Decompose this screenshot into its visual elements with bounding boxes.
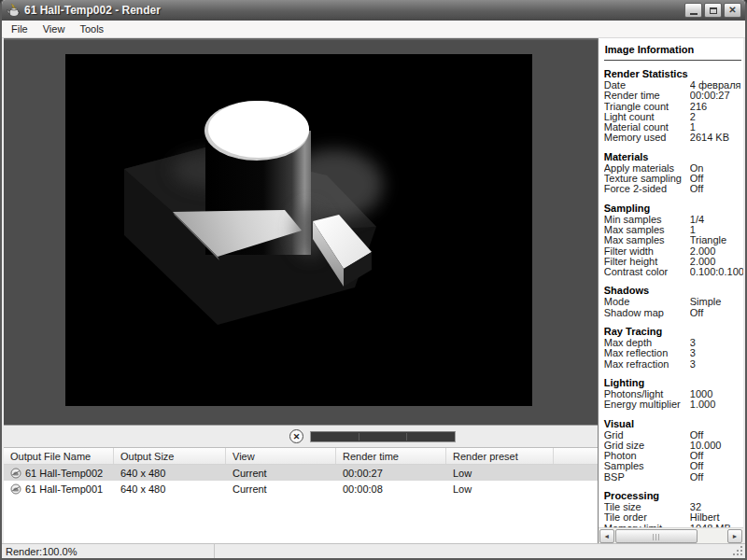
scroll-left-button[interactable]: ◄: [599, 529, 614, 543]
chevron-right-icon: ►: [732, 533, 739, 539]
info-label: Max samples: [604, 225, 690, 235]
render-viewport: [4, 38, 598, 425]
info-value: 216: [690, 102, 743, 112]
output-size-cell: 640 x 480: [114, 483, 226, 495]
output-file-name-cell: 61 Hall-Temp001: [4, 483, 114, 495]
info-row: Max depth3: [604, 338, 743, 348]
section-title: Visual: [604, 418, 743, 429]
info-section: LightingPhotons/light1000Energy multipli…: [604, 377, 743, 411]
info-label: Date: [604, 80, 690, 91]
column-header-output-file-name[interactable]: Output File Name: [4, 448, 114, 464]
info-label: Energy multiplier: [604, 399, 690, 410]
info-label: Filter height: [604, 257, 690, 267]
info-value: Triangle: [690, 235, 743, 245]
minimize-button[interactable]: [684, 3, 702, 18]
info-value: Off: [690, 184, 743, 194]
info-label: Grid size: [604, 441, 690, 451]
close-icon: ✕: [293, 432, 301, 441]
info-value: 2: [690, 112, 743, 122]
progress-strip: ✕: [4, 425, 598, 447]
info-label: Tile order: [604, 512, 690, 523]
info-value: 10.000: [690, 441, 743, 451]
section-title: Processing: [604, 490, 743, 501]
info-label: Max depth: [604, 338, 690, 348]
scrollbar-thumb[interactable]: [615, 529, 698, 543]
menu-item-tools[interactable]: Tools: [72, 21, 111, 36]
status-bar: Render:100.0%: [2, 543, 745, 558]
info-value: 0.100:0.100: [690, 267, 743, 277]
info-section: SamplingMin samples1/4Max samples1Max sa…: [604, 203, 743, 278]
menu-bar: FileViewTools: [2, 21, 745, 38]
info-label: Force 2-sided: [604, 184, 690, 194]
info-label: Triangle count: [604, 102, 690, 112]
info-value: 1.000: [690, 399, 743, 410]
render-time-cell: 00:00:08: [336, 483, 446, 495]
info-label: Filter width: [604, 246, 690, 257]
cancel-render-button[interactable]: ✕: [289, 429, 303, 443]
table-row[interactable]: 61 Hall-Temp002640 x 480Current00:00:27L…: [4, 465, 598, 481]
info-label: Max samples: [604, 235, 690, 245]
render-canvas: [65, 54, 532, 406]
main-area: ✕ Output File NameOutput SizeViewRender …: [4, 38, 743, 543]
column-header-render-preset[interactable]: Render preset: [446, 448, 554, 464]
info-value: Off: [690, 174, 743, 184]
info-value: 1: [690, 122, 743, 133]
maximize-button[interactable]: [704, 3, 722, 18]
table-row[interactable]: 61 Hall-Temp001640 x 480Current00:00:08L…: [4, 481, 598, 497]
info-value: 1/4: [690, 215, 743, 225]
column-header-output-size[interactable]: Output Size: [114, 448, 226, 464]
info-section: VisualGridOffGrid size10.000PhotonOffSam…: [604, 418, 743, 483]
info-value: Hilbert: [690, 512, 743, 523]
info-row: Photons/light1000: [604, 389, 743, 399]
render-preset-cell: Low: [446, 468, 554, 479]
window-title: 61 Hall-Temp002 - Render: [24, 4, 161, 17]
info-label: Render time: [604, 91, 690, 101]
info-sections: Render StatisticsDate4 февраля 2Render t…: [604, 68, 743, 527]
info-label: Min samples: [604, 215, 690, 225]
info-row: Energy multiplier1.000: [604, 399, 743, 410]
info-label: Mode: [604, 297, 690, 307]
output-file-name-cell: 61 Hall-Temp002: [4, 468, 114, 479]
resize-grip[interactable]: [732, 545, 744, 557]
info-section: ProcessingTile size32Tile orderHilbertMe…: [604, 490, 743, 527]
close-button[interactable]: ✕: [724, 3, 741, 18]
output-file-name: 61 Hall-Temp002: [25, 468, 103, 479]
info-row: Max reflection3: [604, 348, 743, 358]
info-label: Texture sampling: [604, 174, 690, 184]
info-row: Texture samplingOff: [604, 174, 743, 184]
scroll-right-button[interactable]: ►: [727, 529, 742, 543]
column-header-filler: [554, 448, 598, 464]
info-row: PhotonOff: [604, 451, 743, 461]
column-header-view[interactable]: View: [226, 448, 336, 464]
section-title: Ray Tracing: [604, 326, 743, 337]
info-row: Light count2: [604, 112, 743, 122]
horizontal-scrollbar[interactable]: ◄ ►: [599, 527, 743, 543]
render-area: ✕ Output File NameOutput SizeViewRender …: [4, 38, 598, 543]
table-header: Output File NameOutput SizeViewRender ti…: [4, 448, 598, 465]
info-row: Force 2-sidedOff: [604, 184, 743, 194]
info-row: Tile size32: [604, 502, 743, 512]
info-value: Off: [690, 430, 743, 441]
render-time-cell: 00:00:27: [336, 468, 446, 479]
info-value: 32: [690, 502, 743, 512]
render-window: 61 Hall-Temp002 - Render ✕ FileViewTools: [0, 0, 747, 560]
info-label: Material count: [604, 122, 690, 133]
info-row: Render time00:00:27: [604, 91, 743, 101]
info-row: SamplesOff: [604, 461, 743, 471]
info-value: Off: [690, 451, 743, 461]
chevron-left-icon: ◄: [603, 533, 610, 539]
info-value: Off: [690, 472, 743, 483]
title-bar[interactable]: 61 Hall-Temp002 - Render ✕: [2, 0, 745, 21]
info-row: ModeSimple: [604, 297, 743, 307]
info-section: MaterialsApply materialsOnTexture sampli…: [604, 151, 743, 195]
info-row: Material count1: [604, 122, 743, 133]
section-title: Render Statistics: [604, 68, 743, 79]
info-row: Max samples1: [604, 225, 743, 235]
info-value: 00:00:27: [690, 91, 743, 101]
render-progress-bar: [310, 431, 456, 442]
column-header-render-time[interactable]: Render time: [336, 448, 446, 464]
info-value: 2.000: [690, 257, 743, 267]
menu-item-view[interactable]: View: [35, 21, 73, 36]
info-section: Ray TracingMax depth3Max reflection3Max …: [604, 326, 743, 370]
menu-item-file[interactable]: File: [4, 21, 35, 36]
